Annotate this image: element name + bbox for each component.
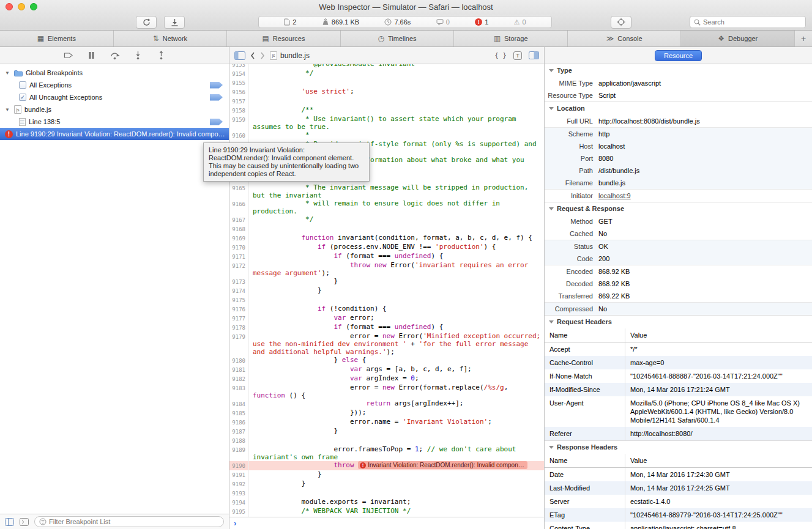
table-row[interactable]: Cache-Controlmax-age=0 bbox=[545, 356, 812, 369]
code-area[interactable]: 9153 * @providesModule invariant9154 */9… bbox=[229, 64, 544, 517]
initiator-link[interactable]: localhost:9 bbox=[598, 191, 807, 200]
line-number[interactable]: 9195 bbox=[229, 507, 249, 516]
table-row[interactable]: If-Modified-SinceMon, 14 Mar 2016 17:21:… bbox=[545, 383, 812, 396]
stat-resource-count[interactable]: 2 bbox=[284, 18, 296, 26]
disclosure-triangle-icon[interactable]: ▼ bbox=[5, 70, 11, 76]
line-number[interactable]: 9170 bbox=[229, 243, 249, 252]
step-into-button[interactable] bbox=[131, 50, 144, 61]
section-header[interactable]: Location bbox=[545, 102, 812, 115]
section-header[interactable]: Type bbox=[545, 64, 812, 77]
tab-storage[interactable]: ▥Storage bbox=[454, 31, 568, 46]
line-number[interactable]: 9174 bbox=[229, 286, 249, 295]
line-number[interactable]: 9183 bbox=[229, 383, 249, 399]
line-number[interactable]: 9180 bbox=[229, 356, 249, 365]
line-number[interactable]: 9184 bbox=[229, 399, 249, 409]
back-button[interactable] bbox=[250, 52, 255, 59]
tab-elements[interactable]: ▦Elements bbox=[0, 31, 114, 46]
pretty-print-icon[interactable]: { } bbox=[494, 51, 507, 59]
line-number[interactable]: 9153 bbox=[229, 64, 249, 69]
table-row[interactable]: Accept*/* bbox=[545, 342, 812, 356]
line-number[interactable]: 9193 bbox=[229, 489, 249, 498]
breadcrumb[interactable]: js bundle.js bbox=[270, 51, 310, 60]
line-number[interactable]: 9189 bbox=[229, 445, 249, 461]
filter-field[interactable] bbox=[34, 516, 224, 527]
breakpoint-file-bundle-js[interactable]: ▼ js bundle.js bbox=[0, 103, 229, 116]
element-picker-button[interactable] bbox=[611, 16, 631, 29]
line-number[interactable]: 9191 bbox=[229, 470, 249, 479]
tab-network[interactable]: ⇅Network bbox=[114, 31, 228, 46]
line-number[interactable]: 9171 bbox=[229, 252, 249, 261]
table-row[interactable]: If-None-Match"102454614-888887-"2016-03-… bbox=[545, 369, 812, 383]
table-row[interactable]: Serverecstatic-1.4.0 bbox=[545, 495, 812, 508]
step-out-button[interactable] bbox=[154, 50, 168, 61]
disclosure-triangle-icon[interactable]: ▼ bbox=[5, 107, 11, 113]
download-button[interactable] bbox=[164, 16, 185, 29]
checkbox-unchecked[interactable] bbox=[19, 81, 26, 89]
line-number[interactable]: 9166 bbox=[229, 199, 249, 215]
line-number[interactable]: 9185 bbox=[229, 409, 249, 418]
table-row[interactable]: Refererhttp://localhost:8080/ bbox=[545, 427, 812, 440]
breakpoint-line-138[interactable]: Line 138:5 bbox=[0, 116, 229, 128]
breakpoints-toggle-button[interactable] bbox=[61, 50, 75, 61]
line-number[interactable]: 9173 bbox=[229, 277, 249, 286]
stat-warnings[interactable]: ⚠ 0 bbox=[514, 18, 526, 26]
breakpoint-all-exceptions[interactable]: All Exceptions bbox=[0, 79, 229, 91]
breakpoint-all-uncaught-exceptions[interactable]: ✓ All Uncaught Exceptions bbox=[0, 91, 229, 103]
navigation-sidebar-button[interactable] bbox=[5, 518, 14, 526]
step-over-button[interactable] bbox=[108, 50, 121, 61]
line-number[interactable]: 9158 bbox=[229, 106, 249, 115]
line-number[interactable]: 9188 bbox=[229, 436, 249, 445]
table-row[interactable]: DateMon, 14 Mar 2016 17:24:30 GMT bbox=[545, 468, 812, 481]
line-number[interactable]: 9186 bbox=[229, 418, 249, 427]
tab-console[interactable]: ≫Console bbox=[568, 31, 682, 46]
minimize-window-button[interactable] bbox=[18, 3, 25, 10]
table-row[interactable]: ETag"102454614-889779-"2016-03-14T17:24:… bbox=[545, 508, 812, 522]
line-number[interactable]: 9182 bbox=[229, 374, 249, 383]
resource-scope-button[interactable]: Resource bbox=[655, 50, 702, 61]
reload-button[interactable] bbox=[136, 16, 157, 29]
tab-timelines[interactable]: ◷Timelines bbox=[341, 31, 455, 46]
line-number[interactable]: 9177 bbox=[229, 314, 249, 323]
zoom-window-button[interactable] bbox=[30, 3, 37, 10]
line-number[interactable]: 9176 bbox=[229, 305, 249, 314]
stat-errors[interactable]: ! 1 bbox=[475, 18, 488, 26]
filter-breakpoint-input[interactable] bbox=[49, 518, 219, 525]
toggle-sidebar-button[interactable] bbox=[234, 51, 245, 60]
line-number[interactable]: 9167 bbox=[229, 215, 249, 224]
line-number[interactable]: 9155 bbox=[229, 78, 249, 87]
close-window-button[interactable] bbox=[6, 3, 13, 10]
new-tab-button[interactable]: + bbox=[795, 31, 812, 46]
line-number[interactable]: 9165 bbox=[229, 183, 249, 199]
section-header[interactable]: Request Headers bbox=[545, 316, 812, 328]
split-console-button[interactable] bbox=[529, 51, 539, 59]
stat-transfer-size[interactable]: 869.1 KB bbox=[322, 18, 359, 26]
checkbox-checked[interactable]: ✓ bbox=[19, 94, 26, 101]
type-profiler-icon[interactable]: T bbox=[513, 51, 522, 60]
table-row[interactable]: Content-Typeapplication/javascript; char… bbox=[545, 522, 812, 529]
forward-button[interactable] bbox=[260, 52, 265, 59]
line-number[interactable]: 9178 bbox=[229, 323, 249, 332]
breakpoint-group-global[interactable]: ▼ Global Breakpoints bbox=[0, 67, 229, 79]
line-number[interactable]: 9179 bbox=[229, 332, 249, 356]
inline-error-badge[interactable]: !Invariant Violation: ReactDOM.render():… bbox=[358, 461, 527, 469]
line-number[interactable]: 9172 bbox=[229, 261, 249, 277]
tab-debugger[interactable]: ❖Debugger bbox=[681, 31, 795, 46]
section-header[interactable]: Response Headers bbox=[545, 441, 812, 454]
table-row[interactable]: Last-ModifiedMon, 14 Mar 2016 17:24:25 G… bbox=[545, 481, 812, 495]
console-prompt-button[interactable] bbox=[20, 518, 29, 526]
quick-console-bar[interactable]: › bbox=[229, 517, 544, 529]
search-field[interactable] bbox=[690, 16, 806, 28]
line-number[interactable]: 9160 bbox=[229, 131, 249, 140]
pause-button[interactable] bbox=[84, 50, 98, 61]
line-number[interactable]: 9154 bbox=[229, 69, 249, 78]
line-number[interactable]: 9181 bbox=[229, 365, 249, 374]
search-input[interactable] bbox=[703, 18, 802, 26]
breakpoint-error-line-9190[interactable]: ! Line 9190:29 Invariant Violation: Reac… bbox=[0, 128, 229, 140]
stat-console-messages[interactable]: 0 bbox=[436, 18, 450, 26]
line-number[interactable]: 9190 bbox=[229, 461, 249, 470]
line-number[interactable]: 9157 bbox=[229, 97, 249, 106]
line-number[interactable]: 9187 bbox=[229, 427, 249, 436]
table-row[interactable]: User-AgentMozilla/5.0 (iPhone; CPU iPhon… bbox=[545, 396, 812, 427]
line-number[interactable]: 9194 bbox=[229, 498, 249, 507]
section-header[interactable]: Request & Response bbox=[545, 202, 812, 215]
